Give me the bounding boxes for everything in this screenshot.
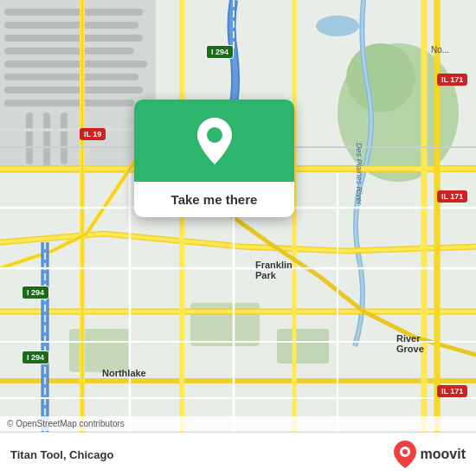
location-name: Titan Tool, Chicago	[10, 448, 113, 461]
svg-rect-17	[69, 329, 130, 372]
northlake-label: Northlake	[102, 368, 146, 378]
interstate-294-shield-top: I 294	[206, 45, 234, 59]
svg-rect-9	[4, 100, 134, 106]
popup-body: Take me there	[134, 182, 294, 217]
popup-header	[134, 100, 294, 182]
moovit-text: moovit	[421, 447, 466, 462]
il-171-shield-2: IL 171	[437, 190, 467, 203]
svg-point-43	[207, 127, 222, 143]
svg-rect-5	[4, 48, 134, 55]
svg-point-45	[402, 449, 408, 454]
moovit-pin-icon	[393, 440, 417, 469]
map-container: I 294 I 294 I 294 IL 171 IL 171 IL 171 I…	[0, 0, 476, 476]
map-attribution: © OpenStreetMap contributors	[0, 416, 476, 431]
popup-card: Take me there	[134, 100, 294, 217]
location-pin-icon	[193, 116, 236, 166]
svg-rect-11	[43, 113, 50, 169]
moovit-logo: moovit	[393, 440, 466, 469]
svg-rect-10	[26, 113, 33, 164]
il-171-shield-3: IL 171	[437, 385, 467, 397]
interstate-294-shield-left2: I 294	[22, 351, 49, 364]
il-19-shield: IL 19	[80, 128, 106, 140]
take-me-there-button[interactable]: Take me there	[148, 192, 280, 207]
interstate-294-shield-left1: I 294	[22, 286, 49, 299]
svg-rect-3	[4, 22, 138, 29]
river-grove-label: RiverGrove	[396, 333, 424, 354]
il-171-shield-1: IL 171	[437, 74, 467, 86]
svg-point-14	[346, 43, 415, 113]
svg-rect-16	[277, 329, 329, 363]
svg-rect-4	[4, 35, 143, 42]
svg-rect-7	[4, 74, 138, 80]
svg-rect-2	[4, 9, 143, 16]
map-svg	[0, 0, 476, 476]
svg-rect-6	[4, 61, 147, 68]
svg-rect-12	[61, 113, 68, 164]
bottom-bar: Titan Tool, Chicago moovit	[0, 432, 476, 476]
des-plaines-river-label: Des Plaines River	[355, 143, 363, 205]
franklin-park-label: FranklinPark	[255, 260, 293, 280]
svg-point-18	[316, 16, 359, 36]
svg-rect-8	[4, 87, 143, 93]
no-label: No...	[431, 45, 449, 55]
